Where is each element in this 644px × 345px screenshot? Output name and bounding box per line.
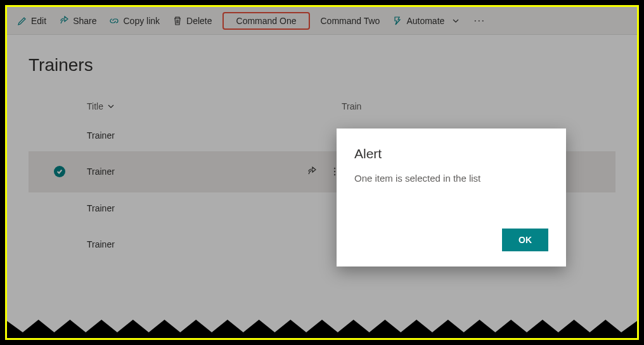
svg-point-1 (334, 171, 335, 172)
ok-button[interactable]: OK (502, 229, 548, 251)
column-header-title[interactable]: Title (87, 101, 296, 111)
command-bar: Edit Share Copy link Delete Command One … (7, 7, 637, 35)
cell-title: Trainer (87, 203, 296, 213)
command-one-label: Command One (236, 16, 297, 26)
automate-icon (392, 16, 402, 26)
column-title-label: Title (87, 101, 103, 111)
command-two-button[interactable]: Command Two (314, 12, 386, 30)
column-header-name[interactable]: Train (342, 101, 615, 111)
copy-link-label: Copy link (123, 16, 160, 26)
edit-icon (17, 16, 27, 26)
command-one-button[interactable]: Command One (222, 12, 311, 30)
more-button[interactable]: ··· (467, 10, 491, 31)
app-frame: Edit Share Copy link Delete Command One … (5, 5, 639, 340)
page-title: Trainers (29, 55, 615, 75)
share-button[interactable]: Share (53, 12, 103, 30)
alert-dialog: Alert One item is selected in the list O… (337, 129, 566, 267)
cell-title: Trainer (87, 166, 296, 177)
cell-title: Trainer (87, 130, 296, 141)
automate-button[interactable]: Automate (386, 12, 467, 30)
chevron-down-icon (451, 16, 461, 26)
command-two-label: Command Two (320, 16, 380, 26)
row-selected-check-icon[interactable] (54, 166, 65, 177)
svg-point-2 (334, 174, 335, 175)
column-name-label: Train (342, 101, 361, 111)
edit-label: Edit (31, 16, 46, 26)
link-icon (109, 16, 119, 26)
share-label: Share (73, 16, 96, 26)
svg-point-0 (334, 168, 335, 169)
dialog-actions: OK (354, 229, 548, 251)
copy-link-button[interactable]: Copy link (103, 12, 166, 30)
more-icon: ··· (473, 14, 485, 27)
delete-label: Delete (186, 16, 212, 26)
share-icon (59, 16, 69, 26)
automate-label: Automate (406, 16, 444, 26)
torn-edge-decoration (7, 308, 637, 339)
list-header: Title Train (29, 93, 615, 120)
delete-button[interactable]: Delete (166, 12, 218, 30)
dialog-title: Alert (354, 146, 548, 161)
dialog-message: One item is selected in the list (354, 173, 548, 229)
cell-title: Trainer (87, 239, 296, 249)
delete-icon (172, 16, 183, 26)
chevron-down-icon (106, 101, 116, 111)
row-share-button[interactable] (296, 166, 328, 177)
edit-button[interactable]: Edit (11, 12, 53, 30)
